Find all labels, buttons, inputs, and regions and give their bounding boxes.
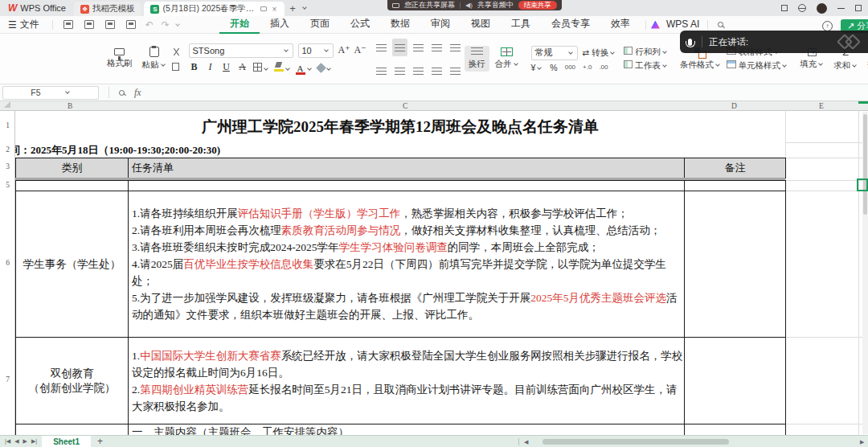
cell-remark-student-affairs[interactable]	[684, 191, 786, 338]
tab-formula[interactable]: 公式	[340, 15, 380, 34]
tab-insert[interactable]: 插入	[260, 15, 300, 34]
wrap-text-button[interactable]: 换行	[465, 46, 489, 72]
cell-c8[interactable]: 一、主题内容（主题班会、工作安排等内容）	[128, 424, 685, 435]
row-header-7[interactable]: 7	[0, 375, 15, 383]
bold-icon[interactable]: B	[189, 61, 200, 73]
cell-b8[interactable]	[15, 424, 129, 435]
select-all-corner[interactable]	[4, 101, 10, 108]
number-format-select[interactable]: 常规	[531, 46, 578, 60]
strikethrough-icon[interactable]: A	[237, 61, 248, 73]
row-header-2[interactable]: 2	[0, 146, 15, 154]
tab-current-document[interactable]: S (5月18日) 2025春季学期第 ×	[144, 2, 285, 16]
row-header-5[interactable]: 5	[0, 181, 15, 189]
tab-review[interactable]: 审阅	[420, 15, 461, 34]
row-header-3[interactable]: 3	[0, 162, 15, 170]
cell-d5[interactable]	[684, 180, 786, 191]
print-icon[interactable]	[105, 20, 115, 29]
tab-docer-template[interactable]: ❖ 找稻壳模板	[74, 2, 141, 16]
first-sheet-icon[interactable]: |◀	[5, 438, 10, 445]
stop-share-button[interactable]: 结束共享	[518, 1, 557, 10]
formula-input[interactable]	[141, 84, 868, 100]
horizontal-scrollbar-thumb[interactable]	[542, 439, 729, 445]
cell-header-category[interactable]: 类别	[15, 158, 129, 178]
merge-cells-button[interactable]: 合并	[491, 46, 523, 72]
col-header-E[interactable]: E	[819, 101, 824, 111]
convert-button[interactable]: ⇄ 转换	[583, 47, 616, 59]
currency-icon[interactable]: ¥	[531, 63, 543, 72]
justify-icon[interactable]	[429, 62, 444, 80]
cell-c5[interactable]	[128, 180, 685, 191]
cell-header-remark[interactable]: 备注	[684, 158, 786, 178]
font-name-select[interactable]: STSong	[189, 43, 293, 58]
next-sheet-icon[interactable]: ▶	[23, 438, 27, 445]
borders-icon[interactable]	[253, 63, 262, 72]
export-icon[interactable]	[84, 20, 94, 29]
sheet-tab-sheet1[interactable]: Sheet1	[42, 436, 91, 447]
cut-icon[interactable]	[172, 47, 181, 56]
align-right-icon[interactable]	[411, 62, 426, 80]
cell-title[interactable]: 广州理工学院2025年春季学期第12周班会及晚点名任务清单	[15, 111, 785, 142]
quickbar-chevron-icon[interactable]	[175, 22, 180, 27]
decrease-indent-icon[interactable]	[429, 39, 444, 56]
undo-icon[interactable]: ↶	[145, 19, 154, 31]
tab-page[interactable]: 页面	[300, 15, 340, 34]
paste-button[interactable]: 粘贴	[138, 45, 170, 72]
underline-icon[interactable]: U	[221, 61, 232, 73]
last-sheet-icon[interactable]: ▶|	[31, 438, 37, 445]
search-icon[interactable]	[718, 22, 723, 27]
cell-b5[interactable]	[15, 180, 129, 191]
tab-data[interactable]: 数据	[380, 15, 420, 34]
font-color-icon[interactable]: A	[296, 64, 305, 75]
cell-tasks-student-affairs[interactable]: 1.请各班持续组织开展评估知识手册（学生版）学习工作，熟悉掌握相关内容，积极参与…	[128, 191, 685, 338]
scroll-right-icon[interactable]: ▶	[860, 439, 864, 445]
align-top-icon[interactable]	[374, 39, 389, 56]
zoom-formula-icon[interactable]	[119, 90, 125, 96]
percent-icon[interactable]: %	[550, 63, 557, 72]
increase-indent-icon[interactable]	[448, 39, 463, 56]
increase-font-icon[interactable]: A⁺	[338, 44, 350, 56]
restore-button[interactable]	[855, 5, 862, 11]
cell-d8[interactable]	[684, 424, 786, 435]
distribute-icon[interactable]	[448, 62, 463, 80]
col-header-D[interactable]: D	[731, 101, 737, 111]
align-center-icon[interactable]	[392, 62, 407, 80]
copy-icon[interactable]	[172, 63, 179, 71]
cloud-upload-icon[interactable]: ↑	[822, 21, 833, 31]
increase-decimal-icon[interactable]: +.0	[583, 64, 592, 71]
close-tab-icon[interactable]: ×	[270, 5, 278, 14]
redo-icon[interactable]: ↷	[162, 19, 170, 31]
worksheet-button[interactable]: 工作表	[624, 60, 667, 72]
format-painter-button[interactable]: 格式刷	[103, 47, 137, 71]
tab-efficiency[interactable]: 效率	[600, 15, 641, 34]
prev-sheet-icon[interactable]: ◀	[14, 438, 18, 445]
name-box[interactable]: F5	[2, 86, 99, 100]
file-menu[interactable]: ☰ 文件	[0, 18, 47, 31]
row-header-1[interactable]: 1	[0, 121, 15, 129]
save-icon[interactable]	[63, 20, 73, 29]
tab-view[interactable]: 视图	[461, 15, 501, 34]
fx-icon[interactable]: fx	[134, 87, 141, 99]
decrease-font-icon[interactable]: A⁻	[354, 44, 366, 56]
cell-style-button[interactable]: 单元格样式	[727, 60, 788, 72]
col-header-C[interactable]: C	[403, 101, 407, 111]
window-stack-icon[interactable]	[781, 5, 788, 11]
tab-home[interactable]: 开始	[219, 15, 260, 34]
highlight-color-icon[interactable]	[274, 62, 284, 72]
scroll-left-icon[interactable]: ◀	[524, 439, 528, 445]
rows-cols-button[interactable]: 行和列	[624, 47, 667, 58]
eraser-icon[interactable]	[316, 63, 326, 73]
minimize-button[interactable]	[837, 8, 845, 9]
cell-remark-innovation[interactable]	[684, 337, 786, 424]
tab-list-chevron-icon[interactable]	[302, 5, 307, 10]
avatar[interactable]	[817, 3, 827, 14]
col-header-B[interactable]: B	[68, 101, 72, 111]
row-header-6[interactable]: 6	[0, 259, 15, 267]
cell-category-innovation[interactable]: 双创教育 （创新创业学院）	[15, 337, 129, 424]
tab-member[interactable]: 会员专享	[541, 15, 600, 34]
align-left-icon[interactable]	[374, 62, 389, 80]
decrease-decimal-icon[interactable]: .00	[599, 64, 608, 71]
new-tab-button[interactable]: +	[285, 2, 301, 14]
print-preview-icon[interactable]	[126, 20, 136, 29]
cell-category-student-affairs[interactable]: 学生事务（学生处）	[15, 191, 129, 338]
thousand-separator-icon[interactable]: 000	[565, 64, 575, 71]
